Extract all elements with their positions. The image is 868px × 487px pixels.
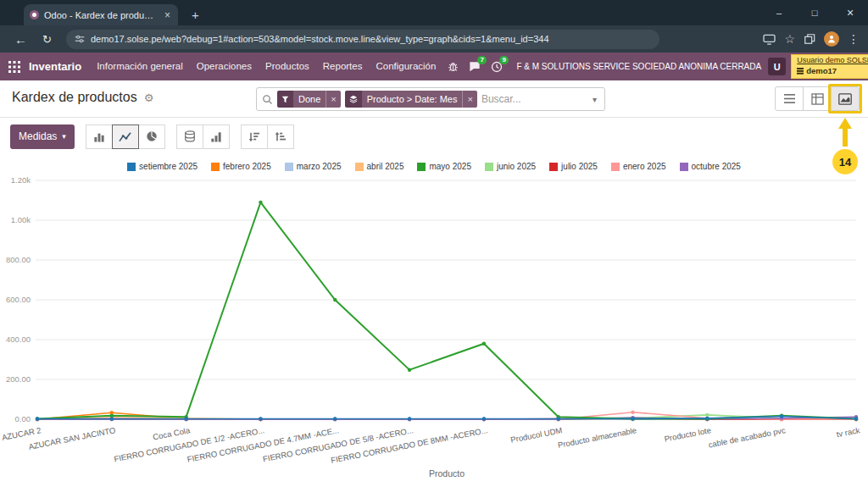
nav-menu-item[interactable]: Información general — [90, 53, 190, 80]
messages-icon[interactable]: 7 — [469, 61, 481, 72]
url-bar[interactable]: demo17.solse.pe/web?debug=1#action=503&m… — [66, 30, 659, 49]
graph-view-button[interactable] — [831, 86, 860, 111]
chart-svg[interactable]: 0.00200.00400.00600.00800.001.00k1.20kAZ… — [0, 174, 868, 487]
chart-area: setiembre 2025febrero 2025marzo 2025abri… — [0, 155, 868, 487]
pie-chart-icon — [146, 130, 158, 142]
line-chart-button[interactable] — [112, 125, 139, 149]
site-info-icon[interactable] — [75, 34, 85, 44]
activities-badge: 9 — [499, 56, 509, 64]
legend-label: enero 2025 — [623, 162, 666, 171]
legend-item[interactable]: mayo 2025 — [417, 162, 470, 171]
search-box[interactable]: Done×Producto > Date: Mes× ▾ — [256, 87, 605, 111]
cumulative-icon[interactable] — [203, 125, 230, 149]
legend-color-swatch — [355, 163, 364, 171]
gear-icon[interactable]: ⚙ — [144, 91, 154, 104]
search-dropdown-icon[interactable]: ▾ — [590, 95, 599, 104]
bar-chart-button[interactable] — [86, 125, 113, 149]
stacked-icon[interactable] — [176, 125, 203, 149]
svg-text:600.00: 600.00 — [6, 295, 31, 304]
chart-type-group — [86, 125, 165, 149]
facet-remove-icon[interactable]: × — [462, 91, 476, 108]
favorite-star-icon[interactable]: ☆ — [784, 32, 795, 46]
browser-tab[interactable]: Odoo - Kardex de productos × — [24, 4, 178, 25]
legend-label: octubre 2025 — [692, 162, 741, 171]
graph-toolbar: Medidas ▾ — [0, 118, 868, 155]
measures-button[interactable]: Medidas ▾ — [10, 125, 75, 149]
facet-label: Producto > Date: Mes — [362, 91, 463, 108]
user-avatar[interactable]: U — [768, 58, 786, 75]
legend-item[interactable]: abril 2025 — [355, 162, 404, 171]
page-title-row: Kardex de productos ⚙ — [12, 90, 153, 105]
nav-menu-item[interactable]: Productos — [259, 53, 316, 80]
company-name[interactable]: F & M SOLUTIONS SERVICE SOCIEDAD ANONIMA… — [516, 62, 761, 71]
svg-text:Coca Cola: Coca Cola — [152, 425, 191, 441]
chart-legend: setiembre 2025febrero 2025marzo 2025abri… — [0, 155, 868, 174]
legend-item[interactable]: junio 2025 — [485, 162, 536, 171]
search-facet[interactable]: Done× — [277, 91, 341, 108]
app-name[interactable]: Inventario — [29, 60, 81, 73]
annotation-step-badge: 14 — [832, 149, 858, 174]
maximize-button[interactable]: □ — [797, 0, 832, 25]
sort-descending-icon[interactable] — [241, 125, 268, 149]
pie-chart-button[interactable] — [138, 125, 165, 149]
browser-actions: ☆ ⋮ — [763, 31, 860, 47]
send-to-devices-icon[interactable] — [763, 34, 776, 45]
pivot-view-button[interactable] — [803, 86, 832, 111]
search-input[interactable] — [481, 93, 586, 105]
odoo-navbar: Inventario Información generalOperacione… — [0, 53, 868, 80]
svg-text:Producto: Producto — [429, 468, 465, 479]
svg-text:1.00k: 1.00k — [11, 215, 31, 224]
activities-icon[interactable]: 9 — [491, 61, 503, 73]
search-facet[interactable]: Producto > Date: Mes× — [345, 91, 477, 108]
filter-icon — [277, 91, 293, 108]
group-icon — [345, 91, 362, 108]
legend-color-swatch — [417, 163, 426, 171]
database-icon — [797, 68, 804, 75]
facet-remove-icon[interactable]: × — [326, 91, 340, 108]
legend-label: julio 2025 — [561, 162, 598, 171]
browser-window: Odoo - Kardex de productos × + – □ × ← ↻… — [0, 0, 868, 487]
legend-item[interactable]: julio 2025 — [549, 162, 598, 171]
svg-text:cable de acabado pvc: cable de acabado pvc — [708, 425, 787, 449]
back-icon[interactable]: ← — [8, 32, 33, 47]
line-chart-icon — [119, 131, 131, 142]
svg-text:AZUCAR 2: AZUCAR 2 — [1, 425, 42, 442]
legend-label: mayo 2025 — [429, 162, 470, 171]
refresh-icon[interactable]: ↻ — [36, 33, 58, 46]
legend-item[interactable]: octubre 2025 — [680, 162, 741, 171]
tab-title: Odoo - Kardex de productos — [44, 10, 158, 20]
legend-color-swatch — [549, 163, 558, 171]
search-icon — [262, 94, 273, 105]
browser-menu-icon[interactable]: ⋮ — [848, 32, 860, 46]
browser-titlebar: Odoo - Kardex de productos × + – □ × — [0, 0, 868, 25]
svg-text:Producto lote: Producto lote — [664, 425, 712, 443]
legend-item[interactable]: marzo 2025 — [285, 162, 342, 171]
nav-menu-item[interactable]: Reportes — [316, 53, 370, 80]
search-facets: Done×Producto > Date: Mes× — [277, 91, 477, 108]
window-close-button[interactable]: × — [832, 0, 868, 25]
measures-caret-icon: ▾ — [62, 132, 66, 141]
user-menu[interactable]: Usuario demo SOLSE demo17 — [791, 54, 868, 78]
sort-ascending-icon[interactable] — [267, 125, 294, 149]
debug-icon[interactable] — [448, 61, 459, 72]
profile-icon[interactable] — [824, 31, 839, 47]
tab-close-icon[interactable]: × — [163, 9, 172, 21]
messages-badge: 7 — [477, 56, 487, 64]
list-view-button[interactable] — [775, 86, 804, 111]
browser-toolbar: ← ↻ demo17.solse.pe/web?debug=1#action=5… — [0, 25, 868, 53]
window-controls: – □ × — [761, 0, 868, 25]
collections-icon[interactable] — [804, 33, 815, 45]
nav-menu-item[interactable]: Operaciones — [190, 53, 259, 80]
nav-menu-item[interactable]: Configuración — [369, 53, 442, 80]
apps-grid-icon[interactable] — [8, 61, 20, 73]
svg-text:400.00: 400.00 — [6, 335, 31, 344]
legend-label: junio 2025 — [497, 162, 536, 171]
new-tab-button[interactable]: + — [186, 4, 204, 25]
legend-item[interactable]: enero 2025 — [611, 162, 666, 171]
legend-color-swatch — [285, 163, 293, 171]
user-name: Usuario demo SOLSE — [797, 56, 868, 65]
legend-item[interactable]: febrero 2025 — [211, 162, 271, 171]
minimize-button[interactable]: – — [761, 0, 797, 25]
legend-item[interactable]: setiembre 2025 — [127, 162, 198, 171]
odoo-favicon-icon — [30, 10, 39, 19]
